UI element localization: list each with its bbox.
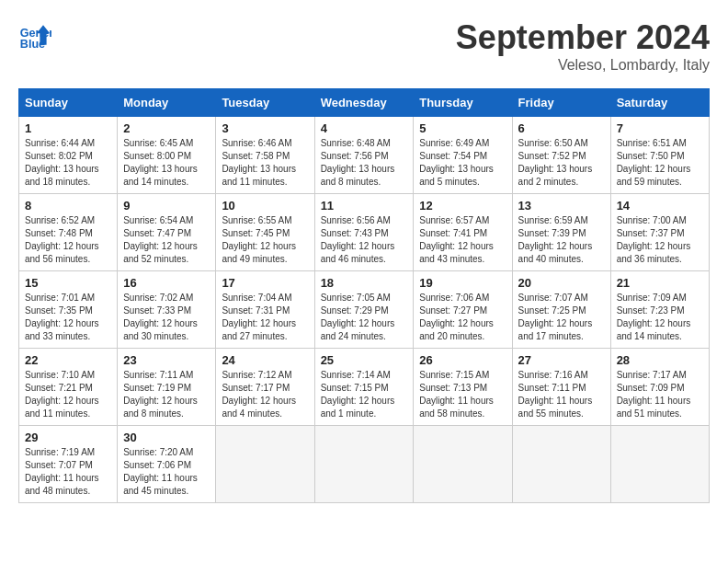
- day-info: Sunrise: 6:54 AM Sunset: 7:47 PM Dayligh…: [123, 214, 210, 266]
- day-number: 8: [25, 199, 111, 213]
- day-info: Sunrise: 7:06 AM Sunset: 7:27 PM Dayligh…: [419, 292, 506, 343]
- calendar-cell: 29 Sunrise: 7:19 AM Sunset: 7:07 PM Dayl…: [19, 426, 118, 503]
- day-number: 5: [419, 121, 506, 135]
- calendar-cell: [314, 426, 414, 503]
- calendar-cell: [512, 426, 610, 503]
- day-number: 7: [617, 121, 703, 135]
- day-number: 20: [518, 276, 605, 290]
- calendar-cell: 7 Sunrise: 6:51 AM Sunset: 7:50 PM Dayli…: [610, 117, 709, 194]
- calendar-cell: 20 Sunrise: 7:07 AM Sunset: 7:25 PM Dayl…: [512, 271, 610, 349]
- day-number: 12: [419, 199, 506, 213]
- calendar-cell: 27 Sunrise: 7:16 AM Sunset: 7:11 PM Dayl…: [512, 349, 610, 426]
- day-info: Sunrise: 6:52 AM Sunset: 7:48 PM Dayligh…: [25, 214, 111, 266]
- day-number: 14: [617, 199, 703, 213]
- day-number: 25: [321, 353, 408, 367]
- day-number: 21: [617, 276, 703, 290]
- calendar-cell: 9 Sunrise: 6:54 AM Sunset: 7:47 PM Dayli…: [118, 194, 216, 271]
- day-info: Sunrise: 6:50 AM Sunset: 7:52 PM Dayligh…: [518, 137, 605, 189]
- day-info: Sunrise: 6:44 AM Sunset: 8:02 PM Dayligh…: [25, 137, 111, 189]
- logo: General Blue: [18, 18, 51, 52]
- title-section: September 2024 Veleso, Lombardy, Italy: [456, 18, 710, 74]
- calendar-cell: 17 Sunrise: 7:04 AM Sunset: 7:31 PM Dayl…: [216, 271, 314, 349]
- month-title: September 2024: [456, 18, 710, 57]
- logo-icon: General Blue: [18, 18, 51, 52]
- calendar-cell: 13 Sunrise: 6:59 AM Sunset: 7:39 PM Dayl…: [512, 194, 610, 271]
- day-number: 29: [25, 431, 111, 444]
- calendar-cell: [414, 426, 512, 503]
- day-info: Sunrise: 7:15 AM Sunset: 7:13 PM Dayligh…: [419, 369, 506, 420]
- day-number: 13: [518, 199, 605, 213]
- calendar-cell: 10 Sunrise: 6:55 AM Sunset: 7:45 PM Dayl…: [216, 194, 314, 271]
- day-number: 15: [25, 276, 111, 290]
- day-number: 17: [222, 276, 308, 290]
- day-number: 26: [419, 353, 506, 367]
- day-info: Sunrise: 7:05 AM Sunset: 7:29 PM Dayligh…: [321, 292, 408, 343]
- calendar-cell: 26 Sunrise: 7:15 AM Sunset: 7:13 PM Dayl…: [414, 349, 512, 426]
- calendar-week-row: 1 Sunrise: 6:44 AM Sunset: 8:02 PM Dayli…: [19, 117, 710, 194]
- calendar-cell: 12 Sunrise: 6:57 AM Sunset: 7:41 PM Dayl…: [414, 194, 512, 271]
- calendar-cell: 5 Sunrise: 6:49 AM Sunset: 7:54 PM Dayli…: [414, 117, 512, 194]
- calendar-cell: 11 Sunrise: 6:56 AM Sunset: 7:43 PM Dayl…: [314, 194, 414, 271]
- day-info: Sunrise: 6:56 AM Sunset: 7:43 PM Dayligh…: [321, 214, 408, 266]
- day-info: Sunrise: 6:49 AM Sunset: 7:54 PM Dayligh…: [419, 137, 506, 189]
- day-info: Sunrise: 7:11 AM Sunset: 7:19 PM Dayligh…: [123, 369, 210, 420]
- day-number: 27: [518, 353, 605, 367]
- day-info: Sunrise: 7:16 AM Sunset: 7:11 PM Dayligh…: [518, 369, 605, 420]
- calendar-cell: 28 Sunrise: 7:17 AM Sunset: 7:09 PM Dayl…: [610, 349, 709, 426]
- calendar-cell: [216, 426, 314, 503]
- day-number: 30: [123, 431, 210, 444]
- day-info: Sunrise: 7:19 AM Sunset: 7:07 PM Dayligh…: [25, 446, 111, 498]
- calendar-cell: 2 Sunrise: 6:45 AM Sunset: 8:00 PM Dayli…: [118, 117, 216, 194]
- calendar-cell: [610, 426, 709, 503]
- calendar-cell: 15 Sunrise: 7:01 AM Sunset: 7:35 PM Dayl…: [19, 271, 118, 349]
- day-info: Sunrise: 7:10 AM Sunset: 7:21 PM Dayligh…: [25, 369, 111, 420]
- calendar-cell: 19 Sunrise: 7:06 AM Sunset: 7:27 PM Dayl…: [414, 271, 512, 349]
- calendar-cell: 14 Sunrise: 7:00 AM Sunset: 7:37 PM Dayl…: [610, 194, 709, 271]
- day-number: 18: [321, 276, 408, 290]
- calendar-cell: 18 Sunrise: 7:05 AM Sunset: 7:29 PM Dayl…: [314, 271, 414, 349]
- calendar-cell: 30 Sunrise: 7:20 AM Sunset: 7:06 PM Dayl…: [118, 426, 216, 503]
- calendar-cell: 16 Sunrise: 7:02 AM Sunset: 7:33 PM Dayl…: [118, 271, 216, 349]
- day-info: Sunrise: 6:45 AM Sunset: 8:00 PM Dayligh…: [123, 137, 210, 189]
- calendar-week-row: 8 Sunrise: 6:52 AM Sunset: 7:48 PM Dayli…: [19, 194, 710, 271]
- day-number: 2: [123, 121, 210, 135]
- day-number: 9: [123, 199, 210, 213]
- calendar-cell: 23 Sunrise: 7:11 AM Sunset: 7:19 PM Dayl…: [118, 349, 216, 426]
- day-info: Sunrise: 7:07 AM Sunset: 7:25 PM Dayligh…: [518, 292, 605, 343]
- calendar-cell: 25 Sunrise: 7:14 AM Sunset: 7:15 PM Dayl…: [314, 349, 414, 426]
- day-info: Sunrise: 6:46 AM Sunset: 7:58 PM Dayligh…: [222, 137, 308, 189]
- day-info: Sunrise: 7:20 AM Sunset: 7:06 PM Dayligh…: [123, 446, 210, 498]
- day-number: 4: [321, 121, 408, 135]
- calendar-week-row: 22 Sunrise: 7:10 AM Sunset: 7:21 PM Dayl…: [19, 349, 710, 426]
- day-info: Sunrise: 7:04 AM Sunset: 7:31 PM Dayligh…: [222, 292, 308, 343]
- calendar-cell: 21 Sunrise: 7:09 AM Sunset: 7:23 PM Dayl…: [610, 271, 709, 349]
- day-number: 16: [123, 276, 210, 290]
- weekday-header-sunday: Sunday: [19, 89, 118, 117]
- day-info: Sunrise: 6:57 AM Sunset: 7:41 PM Dayligh…: [419, 214, 506, 266]
- weekday-header-saturday: Saturday: [610, 89, 709, 117]
- day-info: Sunrise: 7:00 AM Sunset: 7:37 PM Dayligh…: [617, 214, 703, 266]
- weekday-header-wednesday: Wednesday: [314, 89, 414, 117]
- page-header: General Blue September 2024 Veleso, Lomb…: [18, 18, 710, 74]
- calendar-week-row: 15 Sunrise: 7:01 AM Sunset: 7:35 PM Dayl…: [19, 271, 710, 349]
- day-number: 10: [222, 199, 308, 213]
- location: Veleso, Lombardy, Italy: [456, 57, 710, 74]
- day-info: Sunrise: 7:01 AM Sunset: 7:35 PM Dayligh…: [25, 292, 111, 343]
- day-number: 11: [321, 199, 408, 213]
- day-number: 28: [617, 353, 703, 367]
- day-info: Sunrise: 7:12 AM Sunset: 7:17 PM Dayligh…: [222, 369, 308, 420]
- day-number: 19: [419, 276, 506, 290]
- calendar-cell: 24 Sunrise: 7:12 AM Sunset: 7:17 PM Dayl…: [216, 349, 314, 426]
- day-info: Sunrise: 6:51 AM Sunset: 7:50 PM Dayligh…: [617, 137, 703, 189]
- calendar-table: SundayMondayTuesdayWednesdayThursdayFrid…: [18, 88, 710, 503]
- day-info: Sunrise: 7:17 AM Sunset: 7:09 PM Dayligh…: [617, 369, 703, 420]
- day-number: 6: [518, 121, 605, 135]
- day-info: Sunrise: 6:55 AM Sunset: 7:45 PM Dayligh…: [222, 214, 308, 266]
- weekday-header-thursday: Thursday: [414, 89, 512, 117]
- day-number: 1: [25, 121, 111, 135]
- day-number: 24: [222, 353, 308, 367]
- calendar-cell: 6 Sunrise: 6:50 AM Sunset: 7:52 PM Dayli…: [512, 117, 610, 194]
- day-info: Sunrise: 7:02 AM Sunset: 7:33 PM Dayligh…: [123, 292, 210, 343]
- calendar-cell: 1 Sunrise: 6:44 AM Sunset: 8:02 PM Dayli…: [19, 117, 118, 194]
- calendar-cell: 4 Sunrise: 6:48 AM Sunset: 7:56 PM Dayli…: [314, 117, 414, 194]
